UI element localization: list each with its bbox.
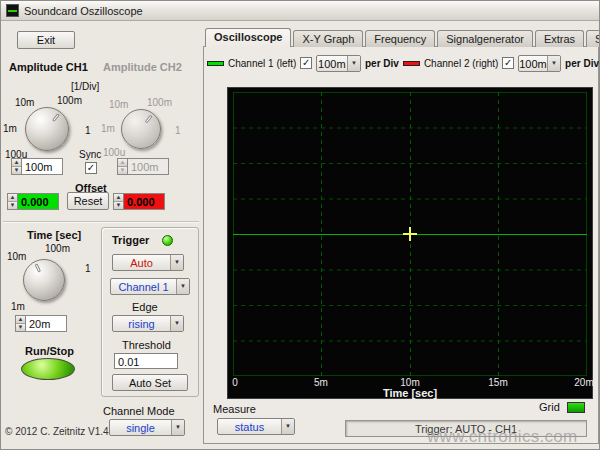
offset-ch1-value[interactable]: 0.000: [17, 193, 59, 210]
tab-xy-graph[interactable]: X-Y Graph: [293, 30, 363, 47]
spinner-up-icon[interactable]: ▲: [12, 159, 21, 166]
threshold-label: Threshold: [122, 339, 171, 351]
trigger-group: Trigger Auto ▼ Channel 1 ▼ Edge rising ▼…: [101, 227, 199, 397]
grid-toggle[interactable]: [567, 402, 585, 413]
oscilloscope-display: 0 5m 10m 15m 20m Time [sec]: [227, 87, 593, 399]
measure-label: Measure: [213, 403, 256, 415]
time-value-spinner[interactable]: ▲▼ 20m: [15, 315, 67, 332]
amplitude-ch1-title: Amplitude CH1: [9, 61, 88, 73]
channel2-enable-checkbox[interactable]: ✓: [502, 57, 513, 69]
knob-tick-label: 1m: [3, 123, 17, 134]
knob-pointer: [35, 263, 42, 272]
app-window: Soundcard Oszilloscope Exit Amplitude CH…: [0, 0, 600, 450]
title-bar[interactable]: Soundcard Oszilloscope: [1, 1, 599, 21]
chevron-down-icon[interactable]: ▼: [171, 420, 184, 435]
tab-settings[interactable]: Settings: [586, 30, 600, 47]
amplitude-ch1-value-spinner[interactable]: ▲▼ 100m: [11, 158, 63, 175]
knob-tick-label: 1: [85, 125, 91, 136]
offset-reset-button[interactable]: Reset: [67, 192, 109, 210]
cursor-crosshair-icon[interactable]: [403, 227, 417, 241]
knob-tick-label: 1m: [101, 123, 115, 134]
scope-plot-area[interactable]: [233, 92, 587, 376]
spinner-up-icon[interactable]: ▲: [114, 194, 123, 201]
chevron-down-icon[interactable]: ▼: [176, 279, 189, 294]
channel1-enable-checkbox[interactable]: ✓: [300, 57, 311, 69]
offset-ch1-spinner[interactable]: ▲▼ 0.000: [7, 193, 59, 210]
amplitude-ch1-value[interactable]: 100m: [21, 158, 63, 175]
spinner-down-icon[interactable]: ▼: [16, 323, 25, 331]
channel2-label: Channel 2 (right): [424, 58, 498, 69]
time-value[interactable]: 20m: [25, 315, 67, 332]
spinner-down-icon: ▼: [118, 166, 127, 174]
knob-pointer: [52, 113, 60, 122]
spinner-down-icon[interactable]: ▼: [114, 201, 123, 209]
channel2-color-swatch: [403, 61, 420, 66]
chevron-down-icon[interactable]: ▼: [547, 56, 560, 71]
trigger-title: Trigger: [112, 234, 149, 246]
sync-checkbox[interactable]: ✓: [85, 162, 97, 174]
amplitude-ch2-value-spinner: ▲▼ 100m: [117, 158, 169, 175]
spinner-down-icon[interactable]: ▼: [12, 166, 21, 174]
chevron-down-icon[interactable]: ▼: [281, 419, 294, 434]
channel1-label: Channel 1 (left): [228, 58, 296, 69]
amplitude-ch1-knob[interactable]: [25, 107, 69, 151]
knob-pointer: [145, 115, 153, 124]
x-axis-tick: 5m: [314, 377, 328, 388]
channel-mode-value: single: [110, 420, 171, 435]
knob-tick-label: 10m: [7, 251, 26, 262]
amplitude-ch2-value: 100m: [127, 158, 169, 175]
channel-legend: Channel 1 (left) ✓ 100m ▼ per Div Channe…: [207, 54, 599, 72]
amplitude-ch2-title: Amplitude CH2: [103, 61, 182, 73]
x-axis-tick: 0: [232, 377, 238, 388]
tab-signalgenerator[interactable]: Signalgenerator: [437, 30, 533, 47]
app-icon: [6, 4, 19, 17]
tab-oscilloscope[interactable]: Oscilloscope: [205, 28, 291, 47]
time-knob[interactable]: [23, 259, 65, 301]
auto-set-button[interactable]: Auto Set: [112, 374, 188, 391]
measure-dropdown[interactable]: status ▼: [217, 418, 295, 435]
knob-tick-label: 10m: [109, 99, 128, 110]
time-title: Time [sec]: [27, 229, 81, 241]
window-title: Soundcard Oszilloscope: [24, 5, 143, 17]
trigger-mode-value: Auto: [113, 255, 170, 270]
grid-label: Grid: [539, 401, 560, 413]
spinner-up-icon[interactable]: ▲: [16, 316, 25, 323]
trigger-channel-dropdown[interactable]: Channel 1 ▼: [110, 278, 190, 295]
knob-tick-label: 100m: [147, 97, 172, 108]
channel-mode-dropdown[interactable]: single ▼: [109, 419, 185, 436]
channel2-per-div-label: per Div: [565, 58, 599, 69]
knob-tick-label: 100m: [45, 243, 70, 254]
exit-button[interactable]: Exit: [17, 31, 75, 49]
channel-mode-label: Channel Mode: [103, 405, 175, 417]
offset-ch2-value[interactable]: 0.000: [123, 193, 165, 210]
knob-tick-label: 1: [175, 125, 181, 136]
divider: [3, 221, 199, 223]
trigger-edge-dropdown[interactable]: rising ▼: [112, 315, 184, 332]
amplitude-ch2-knob: [121, 109, 161, 149]
channel1-color-swatch: [207, 61, 224, 66]
knob-tick-label: 100m: [57, 95, 82, 106]
channel2-scale-dropdown[interactable]: 100m ▼: [518, 55, 561, 72]
chevron-down-icon[interactable]: ▼: [170, 255, 183, 270]
channel1-per-div-label: per Div: [365, 58, 399, 69]
spinner-down-icon[interactable]: ▼: [8, 201, 17, 209]
chevron-down-icon[interactable]: ▼: [347, 56, 360, 71]
spinner-up-icon: ▲: [118, 159, 127, 166]
sync-label: Sync: [79, 149, 101, 160]
trigger-mode-dropdown[interactable]: Auto ▼: [112, 254, 184, 271]
offset-ch2-spinner[interactable]: ▲▼ 0.000: [113, 193, 165, 210]
knob-tick-label: 1: [85, 263, 91, 274]
run-stop-button[interactable]: [21, 358, 75, 380]
tab-frequency[interactable]: Frequency: [365, 30, 435, 47]
channel1-scale-dropdown[interactable]: 100m ▼: [316, 55, 361, 72]
measure-value: status: [218, 419, 281, 434]
tab-extras[interactable]: Extras: [535, 30, 584, 47]
x-axis-tick: 20m: [574, 377, 593, 388]
chevron-down-icon[interactable]: ▼: [170, 316, 183, 331]
spinner-up-icon[interactable]: ▲: [8, 194, 17, 201]
watermark-text: www.cntronics.com: [427, 427, 578, 447]
run-stop-label: Run/Stop: [25, 345, 74, 357]
copyright-text: © 2012 C. Zeitnitz V1.41: [5, 426, 114, 437]
threshold-input[interactable]: 0.01: [114, 353, 178, 369]
channel1-scale-value: 100m: [317, 56, 347, 71]
